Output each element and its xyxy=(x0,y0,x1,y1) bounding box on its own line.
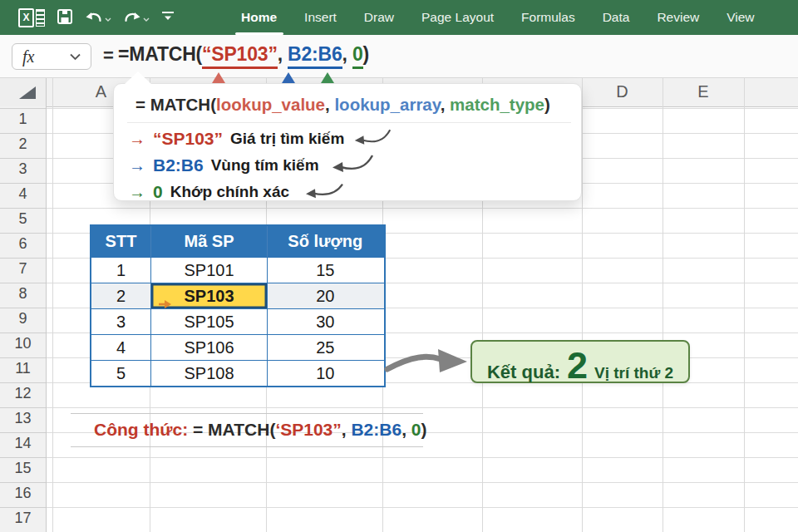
arg-row-lookup-value: → “SP103” Giá trị tìm kiếm xyxy=(129,128,581,150)
redo-button[interactable] xyxy=(123,8,150,27)
note-seg: , xyxy=(342,420,352,439)
fx-dropdown-icon[interactable] xyxy=(70,49,81,64)
redo-dropdown-icon[interactable] xyxy=(143,12,150,24)
tab-review[interactable]: Review xyxy=(657,0,699,35)
table-header-so-luong: Số lượng xyxy=(268,226,383,257)
syntax-seg: ) xyxy=(544,95,550,114)
row-header[interactable]: 11 xyxy=(0,356,46,381)
curved-arrow-icon xyxy=(328,154,377,177)
arg-row-match-type: → 0 Khớp chính xác xyxy=(129,181,581,203)
tooltip-divider xyxy=(127,122,571,123)
row-header[interactable]: 14 xyxy=(0,431,46,456)
row-header[interactable]: 6 xyxy=(0,231,46,256)
formula-seg: ) xyxy=(363,43,369,65)
cell[interactable]: SP101 xyxy=(151,258,268,283)
row-header[interactable]: 1 xyxy=(0,106,46,131)
cell[interactable]: 15 xyxy=(268,258,383,283)
table-row: 3 SP105 30 xyxy=(91,308,384,334)
row-header[interactable]: 2 xyxy=(0,131,46,156)
undo-button[interactable] xyxy=(85,8,111,27)
cell[interactable]: 20 xyxy=(268,283,383,308)
row-header[interactable]: 3 xyxy=(0,156,46,181)
note-seg: , xyxy=(401,420,411,439)
tab-data[interactable]: Data xyxy=(603,0,630,35)
arg-row-lookup-array: → B2:B6 Vùng tím kiếm xyxy=(129,155,581,176)
fx-label: fx xyxy=(22,47,34,66)
name-box[interactable]: fx xyxy=(12,43,91,70)
excel-logo-x: X xyxy=(18,8,34,27)
red-pointer-icon xyxy=(212,72,225,83)
save-button[interactable] xyxy=(57,8,73,27)
syntax-seg: , xyxy=(325,95,334,114)
result-value: 2 xyxy=(567,351,588,381)
formula-input[interactable]: =MATCH(“SP103”, B2:B6, 0) xyxy=(118,35,369,77)
row-header[interactable]: 9 xyxy=(0,306,46,331)
tab-draw[interactable]: Draw xyxy=(364,0,394,35)
tab-insert[interactable]: Insert xyxy=(304,0,337,35)
row-header[interactable]: 5 xyxy=(0,206,46,231)
formula-seg: , xyxy=(342,43,352,65)
arg-label: Vùng tím kiếm xyxy=(211,156,319,175)
excel-logo-page xyxy=(36,9,45,27)
match-pointer-icon xyxy=(157,291,172,316)
select-all-icon xyxy=(19,86,36,99)
formula-seg: =MATCH( xyxy=(118,43,202,65)
undo-dropdown-icon[interactable] xyxy=(105,12,111,24)
right-arrow-icon: → xyxy=(129,183,145,202)
tab-page-layout[interactable]: Page Layout xyxy=(421,0,494,35)
cell[interactable]: SP106 xyxy=(151,335,268,360)
formula-seg-lookup-array: B2:B6 xyxy=(288,43,342,69)
right-arrow-icon: → xyxy=(129,156,145,175)
table-row: 1 SP101 15 xyxy=(91,257,384,283)
table-row: 5 SP108 10 xyxy=(91,360,384,386)
quick-access-toolbar: X xyxy=(18,8,175,27)
tab-view[interactable]: View xyxy=(727,0,754,35)
select-all-corner[interactable] xyxy=(0,77,47,106)
cell[interactable]: 25 xyxy=(268,335,383,360)
table-header-stt: STT xyxy=(91,226,151,257)
redo-icon xyxy=(123,8,141,27)
curved-arrow-icon xyxy=(298,181,350,203)
undo-icon xyxy=(85,8,103,27)
formula-seg: , xyxy=(278,43,288,65)
row-header[interactable]: 8 xyxy=(0,281,46,306)
matched-cell[interactable]: SP103 xyxy=(151,283,268,308)
blue-pointer-icon xyxy=(282,72,295,83)
cell[interactable]: 2 xyxy=(91,283,151,308)
formula-note: Công thức: = MATCH(‘SP103”, B2:B6, 0) xyxy=(71,413,423,447)
row-header[interactable]: 17 xyxy=(0,505,46,530)
row-header[interactable]: 12 xyxy=(0,381,46,406)
table-header-ma-sp: Mã SP xyxy=(151,226,268,257)
cell[interactable]: 5 xyxy=(91,361,151,386)
column-header-d[interactable]: D xyxy=(582,77,663,106)
cell[interactable]: 1 xyxy=(91,258,151,283)
cell[interactable]: 4 xyxy=(91,335,151,360)
row-header[interactable]: 10 xyxy=(0,331,46,356)
cell[interactable]: 3 xyxy=(91,309,151,334)
excel-logo-icon: X xyxy=(18,8,45,27)
arg-label: Giá trị tìm kiếm xyxy=(230,130,344,148)
curved-arrow-icon xyxy=(353,127,392,150)
cell[interactable]: 10 xyxy=(268,361,383,386)
row-header[interactable]: 7 xyxy=(0,256,46,281)
row-header[interactable]: 16 xyxy=(0,480,46,505)
ribbon: X xyxy=(0,0,798,35)
matched-cell-value: SP103 xyxy=(184,287,234,305)
row-header[interactable]: 4 xyxy=(0,181,46,206)
tooltip-pointer xyxy=(125,71,151,84)
tab-view-label: View xyxy=(727,10,754,25)
cell[interactable]: SP108 xyxy=(151,361,268,386)
tab-home-label: Home xyxy=(241,10,277,25)
arg-value: “SP103” xyxy=(153,129,223,149)
result-callout: Kết quả: 2 Vị trí thứ 2 xyxy=(470,340,690,383)
ribbon-display-options-button[interactable] xyxy=(161,11,175,24)
column-header-e[interactable]: E xyxy=(663,77,744,106)
formula-seg-lookup-value: “SP103” xyxy=(202,43,278,69)
row-header[interactable]: 15 xyxy=(0,456,46,480)
row-header[interactable]: 13 xyxy=(0,406,46,431)
tab-formulas[interactable]: Formulas xyxy=(521,0,575,35)
excel-window: X xyxy=(0,0,798,532)
syntax-seg-match-type: match_type xyxy=(450,95,544,114)
tab-home[interactable]: Home xyxy=(241,0,277,35)
cell[interactable]: 30 xyxy=(268,309,383,334)
